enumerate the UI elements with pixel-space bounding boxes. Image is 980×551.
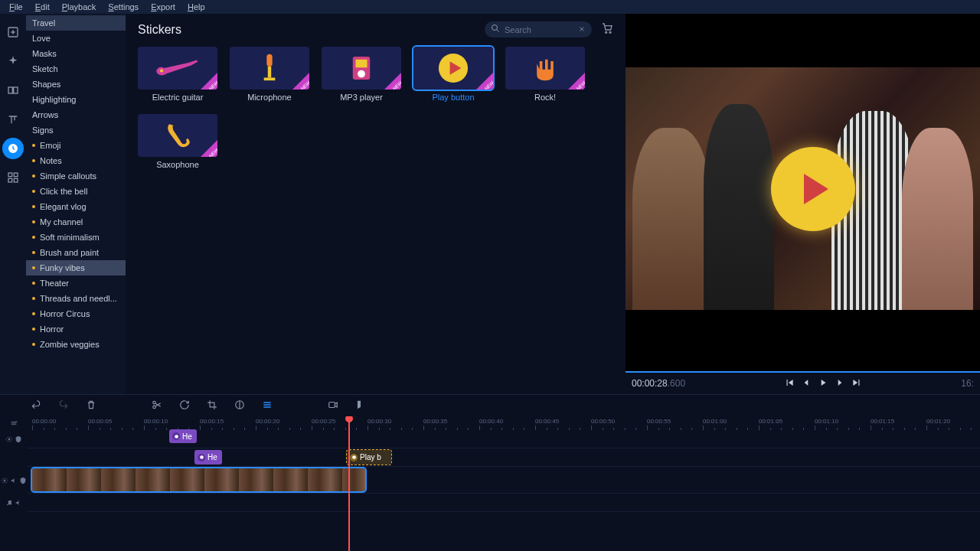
category-list[interactable]: TravelLoveMasksSketchShapesHighlightingA… [26,14,126,394]
track-toggle-title[interactable] [0,430,28,448]
prev-frame-button[interactable] [799,376,813,392]
category-highlighting[interactable]: Highlighting [26,92,126,107]
content-title: Stickers [138,23,181,37]
menu-playback[interactable]: Playback [56,1,103,13]
category-signs[interactable]: Signs [26,122,126,138]
goto-end-button[interactable] [850,376,864,392]
tool-more[interactable] [2,167,24,188]
svg-point-9 [606,31,607,33]
category-soft-minimalism[interactable]: Soft minimalism [26,230,126,245]
audio-track[interactable] [28,494,980,512]
sticker-mp-player[interactable]: MP3 player [322,47,401,102]
redo-button[interactable] [58,399,69,412]
sticker-clip[interactable]: Play b [347,450,391,465]
play-button[interactable] [816,376,830,392]
category-funky-vibes[interactable]: Funky vibes [26,260,126,276]
menu-help[interactable]: Help [181,1,211,13]
title-track[interactable]: He [28,430,980,448]
sticker-rock-[interactable]: Rock! [505,47,585,102]
marker-button[interactable] [355,399,366,412]
playhead[interactable] [348,416,350,551]
track-toggle-audio[interactable] [0,494,28,512]
category-zombie-veggies[interactable]: Zombie veggies [26,337,126,352]
category-click-the-bell[interactable]: Click the bell [26,184,126,199]
goto-start-button[interactable] [782,376,796,392]
sticker-play-button[interactable]: Play button [413,47,493,102]
timeline-tracks[interactable]: 00:00:0000:00:0500:00:1000:00:1500:00:20… [28,416,980,551]
category-horror-circus[interactable]: Horror Circus [26,306,126,321]
category-theater[interactable]: Theater [26,276,126,291]
track-toggle-video[interactable] [0,467,28,494]
search-icon [491,24,500,35]
svg-point-10 [609,31,611,33]
svg-rect-16 [356,60,368,68]
svg-rect-5 [14,173,18,177]
tool-transitions[interactable] [2,80,24,101]
category-masks[interactable]: Masks [26,46,126,61]
tool-rail [0,14,26,394]
category-sketch[interactable]: Sketch [26,61,126,77]
clear-search-icon[interactable] [578,24,586,35]
svg-rect-22 [329,402,335,407]
title-clip-1[interactable]: He [169,429,197,443]
search-input[interactable] [505,25,573,34]
menu-settings[interactable]: Settings [102,1,145,13]
svg-point-20 [153,406,156,409]
category-love[interactable]: Love [26,31,126,46]
timeline-toolbar [0,395,980,416]
svg-point-19 [153,401,156,404]
preview-panel: 00:00:28.600 16: [626,14,980,394]
delete-button[interactable] [86,399,96,412]
clip-properties-button[interactable] [262,399,273,412]
duration: 16: [961,378,974,389]
track-toggle-overlay[interactable] [0,448,28,467]
category-simple-callouts[interactable]: Simple callouts [26,168,126,184]
tool-titles[interactable] [2,109,24,130]
tool-stickers[interactable] [2,138,24,159]
crop-button[interactable] [207,399,217,412]
title-clip-2[interactable]: He [194,450,222,465]
svg-point-11 [160,69,163,72]
svg-rect-1 [8,87,12,93]
svg-point-25 [7,504,8,506]
color-button[interactable] [234,399,245,412]
svg-point-28 [200,455,204,459]
cart-icon[interactable] [601,22,613,37]
video-clip[interactable] [32,468,365,491]
category-horror[interactable]: Horror [26,321,126,337]
svg-rect-13 [268,67,271,78]
sticker-grid: Electric guitarMicrophoneMP3 playerPlay … [138,47,613,169]
sticker-saxophone[interactable]: Saxophone [138,114,217,169]
video-track[interactable] [28,467,980,494]
rotate-button[interactable] [179,399,190,412]
category-arrows[interactable]: Arrows [26,107,126,122]
category-threads-and-needl-[interactable]: Threads and needl... [26,291,126,306]
category-shapes[interactable]: Shapes [26,77,126,92]
category-notes[interactable]: Notes [26,153,126,168]
undo-button[interactable] [31,399,41,412]
preview-video-frame[interactable] [626,67,980,310]
tool-import[interactable] [2,21,24,43]
sticker-microphone[interactable]: Microphone [230,47,309,102]
svg-point-26 [10,504,11,505]
category-travel[interactable]: Travel [26,15,126,31]
add-track-button[interactable] [0,416,28,430]
category-brush-and-paint[interactable]: Brush and paint [26,245,126,260]
tool-filters[interactable] [2,51,24,72]
timeline-ruler[interactable]: 00:00:0000:00:0500:00:1000:00:1500:00:20… [28,416,980,430]
menu-export[interactable]: Export [145,1,181,13]
svg-rect-4 [8,173,12,177]
sticker-electric-guitar[interactable]: Electric guitar [138,47,217,102]
split-button[interactable] [152,399,162,412]
category-elegant-vlog[interactable]: Elegant vlog [26,199,126,214]
overlay-track[interactable]: He Play b [28,448,980,467]
svg-point-17 [358,70,366,78]
menu-edit[interactable]: Edit [29,1,56,13]
next-frame-button[interactable] [833,376,847,392]
record-button[interactable] [328,399,338,412]
play-button-sticker[interactable] [771,147,855,231]
menu-file[interactable]: File [3,1,29,13]
category-my-channel[interactable]: My channel [26,214,126,230]
category-emoji[interactable]: Emoji [26,138,126,153]
search-box[interactable] [485,21,592,37]
